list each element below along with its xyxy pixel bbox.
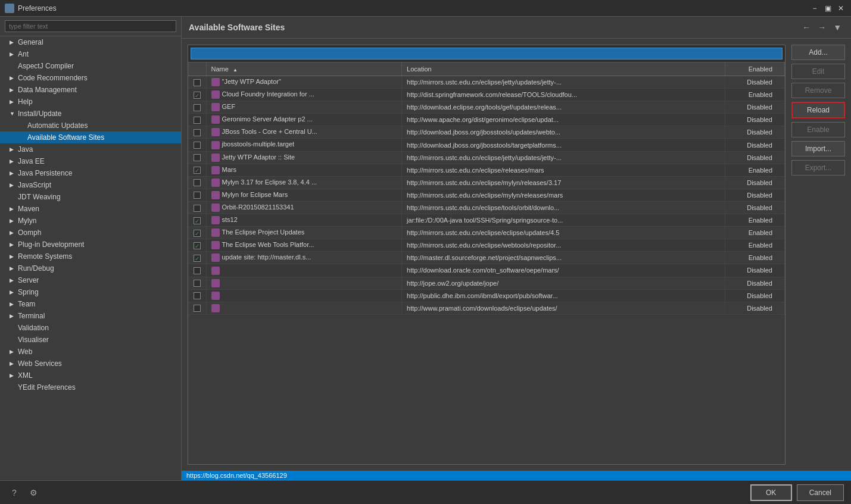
sidebar-item-available-software-sites[interactable]: Available Software Sites bbox=[0, 132, 181, 143]
row-checkbox[interactable] bbox=[188, 114, 206, 126]
sidebar-item-plugin-development[interactable]: ▶Plug-in Development bbox=[0, 239, 181, 251]
sidebar-item-java-persistence[interactable]: ▶Java Persistence bbox=[0, 167, 181, 179]
sidebar-item-ant[interactable]: ▶Ant bbox=[0, 48, 181, 60]
sidebar-item-automatic-updates[interactable]: Automatic Updates bbox=[0, 120, 181, 132]
checkbox-4[interactable] bbox=[194, 129, 201, 136]
col-name[interactable]: Name ▲ bbox=[206, 62, 402, 76]
row-checkbox[interactable] bbox=[188, 252, 206, 264]
sidebar-item-terminal[interactable]: ▶Terminal bbox=[0, 310, 181, 322]
row-checkbox[interactable] bbox=[188, 139, 206, 151]
row-checkbox[interactable] bbox=[188, 164, 206, 176]
row-checkbox[interactable] bbox=[188, 264, 206, 277]
edit-button[interactable]: Edit bbox=[791, 64, 845, 79]
checkbox-10[interactable] bbox=[194, 205, 201, 212]
minimize-button[interactable]: − bbox=[809, 3, 820, 14]
table-row[interactable]: Mylyn for Eclipse Marshttp://mirrors.ust… bbox=[188, 189, 785, 201]
row-checkbox[interactable] bbox=[188, 277, 206, 289]
sidebar-item-validation[interactable]: Validation bbox=[0, 322, 181, 334]
table-row[interactable]: http://public.dhe.ibm.com/ibmdl/export/p… bbox=[188, 289, 785, 302]
table-filter-input[interactable]: type filter text bbox=[191, 48, 783, 60]
checkbox-12[interactable] bbox=[194, 230, 201, 237]
row-checkbox[interactable] bbox=[188, 289, 206, 302]
help-button[interactable]: ? bbox=[7, 486, 21, 500]
table-row[interactable]: http://www.pramati.com/downloads/eclipse… bbox=[188, 302, 785, 314]
sidebar-item-web[interactable]: ▶Web bbox=[0, 346, 181, 358]
checkbox-5[interactable] bbox=[194, 142, 201, 149]
table-row[interactable]: sts12jar:file:/D:/00A-java tool/SSH/Spri… bbox=[188, 214, 785, 227]
checkbox-11[interactable] bbox=[194, 217, 201, 224]
sidebar-item-remote-systems[interactable]: ▶Remote Systems bbox=[0, 251, 181, 262]
col-enabled[interactable]: Enabled bbox=[725, 62, 785, 76]
table-row[interactable]: Orbit-R20150821153341http://mirrors.ustc… bbox=[188, 201, 785, 214]
sidebar-item-yedit-preferences[interactable]: YEdit Preferences bbox=[0, 381, 181, 393]
sidebar-item-oomph[interactable]: ▶Oomph bbox=[0, 227, 181, 239]
row-checkbox[interactable] bbox=[188, 89, 206, 101]
table-row[interactable]: http://jope.ow2.org/update/jope/Disabled bbox=[188, 277, 785, 289]
remove-button[interactable]: Remove bbox=[791, 83, 845, 98]
ok-button[interactable]: OK bbox=[750, 484, 792, 501]
row-checkbox[interactable] bbox=[188, 176, 206, 189]
sidebar-item-code-recommenders[interactable]: ▶Code Recommenders bbox=[0, 72, 181, 84]
sidebar-item-maven[interactable]: ▶Maven bbox=[0, 203, 181, 215]
restore-button[interactable]: ▣ bbox=[822, 3, 833, 14]
forward-button[interactable]: → bbox=[815, 21, 828, 33]
row-checkbox[interactable] bbox=[188, 201, 206, 214]
table-row[interactable]: Geronimo Server Adapter p2 ...http://www… bbox=[188, 114, 785, 126]
back-button[interactable]: ← bbox=[800, 21, 813, 33]
sidebar-item-jdt-weaving[interactable]: JDT Weaving bbox=[0, 191, 181, 203]
sidebar-item-install-update[interactable]: ▼Install/Update bbox=[0, 108, 181, 120]
table-row[interactable]: The Eclipse Web Tools Platfor...http://m… bbox=[188, 239, 785, 252]
sidebar-item-web-services[interactable]: ▶Web Services bbox=[0, 358, 181, 370]
cancel-button[interactable]: Cancel bbox=[797, 484, 844, 501]
row-checkbox[interactable] bbox=[188, 227, 206, 239]
sidebar-item-mylyn[interactable]: ▶Mylyn bbox=[0, 215, 181, 227]
checkbox-2[interactable] bbox=[194, 104, 201, 111]
reload-button[interactable]: Reload bbox=[791, 102, 845, 118]
import-button[interactable]: Import... bbox=[791, 141, 845, 156]
sidebar-item-help[interactable]: ▶Help bbox=[0, 96, 181, 108]
col-location[interactable]: Location bbox=[402, 62, 725, 76]
table-row[interactable]: "Jetty WTP Adaptor"http://mirrors.ustc.e… bbox=[188, 76, 785, 89]
table-row[interactable]: The Eclipse Project Updateshttp://mirror… bbox=[188, 227, 785, 239]
sidebar-item-xml[interactable]: ▶XML bbox=[0, 370, 181, 381]
sidebar-item-java[interactable]: ▶Java bbox=[0, 143, 181, 155]
checkbox-3[interactable] bbox=[194, 117, 201, 124]
table-row[interactable]: Marshttp://mirrors.ustc.edu.cn/eclipse/r… bbox=[188, 164, 785, 176]
sidebar-item-run-debug[interactable]: ▶Run/Debug bbox=[0, 262, 181, 274]
sidebar-item-java-ee[interactable]: ▶Java EE bbox=[0, 155, 181, 167]
table-row[interactable]: GEFhttp://download.eclipse.org/tools/gef… bbox=[188, 101, 785, 114]
enable-button[interactable]: Enable bbox=[791, 122, 845, 137]
sidebar-item-aspectj-compiler[interactable]: AspectJ Compiler bbox=[0, 60, 181, 72]
row-checkbox[interactable] bbox=[188, 126, 206, 139]
checkbox-15[interactable] bbox=[194, 267, 201, 274]
row-checkbox[interactable] bbox=[188, 302, 206, 314]
checkbox-8[interactable] bbox=[194, 179, 201, 186]
table-row[interactable]: Mylyn 3.17 for Eclipse 3.8, 4.4 ...http:… bbox=[188, 176, 785, 189]
table-row[interactable]: Jetty WTP Adaptor :: Sitehttp://mirrors.… bbox=[188, 151, 785, 164]
sidebar-item-server[interactable]: ▶Server bbox=[0, 274, 181, 286]
close-button[interactable]: ✕ bbox=[836, 3, 846, 14]
checkbox-6[interactable] bbox=[194, 154, 201, 161]
checkbox-0[interactable] bbox=[194, 79, 201, 86]
checkbox-16[interactable] bbox=[194, 280, 201, 287]
table-row[interactable]: jbosstools-multiple.targethttp://downloa… bbox=[188, 139, 785, 151]
sidebar-item-data-management[interactable]: ▶Data Management bbox=[0, 84, 181, 96]
sidebar-item-javascript[interactable]: ▶JavaScript bbox=[0, 179, 181, 191]
sidebar-item-visualiser[interactable]: Visualiser bbox=[0, 334, 181, 346]
row-checkbox[interactable] bbox=[188, 214, 206, 227]
table-container[interactable]: Name ▲ Location Enabled bbox=[188, 62, 785, 464]
table-row[interactable]: JBoss Tools - Core + Central U...http://… bbox=[188, 126, 785, 139]
table-row[interactable]: http://download.oracle.com/otn_software/… bbox=[188, 264, 785, 277]
checkbox-14[interactable] bbox=[194, 255, 201, 262]
table-row[interactable]: update site: http://master.dl.s...http:/… bbox=[188, 252, 785, 264]
sidebar-item-spring[interactable]: ▶Spring bbox=[0, 286, 181, 298]
row-checkbox[interactable] bbox=[188, 101, 206, 114]
row-checkbox[interactable] bbox=[188, 189, 206, 201]
settings-button[interactable]: ⚙ bbox=[26, 486, 40, 500]
sidebar-filter-input[interactable] bbox=[5, 20, 176, 32]
checkbox-1[interactable] bbox=[194, 92, 201, 99]
dropdown-button[interactable]: ▼ bbox=[831, 21, 844, 33]
sidebar-item-general[interactable]: ▶General bbox=[0, 36, 181, 48]
checkbox-7[interactable] bbox=[194, 167, 201, 174]
table-row[interactable]: Cloud Foundry Integration for ...http://… bbox=[188, 89, 785, 101]
